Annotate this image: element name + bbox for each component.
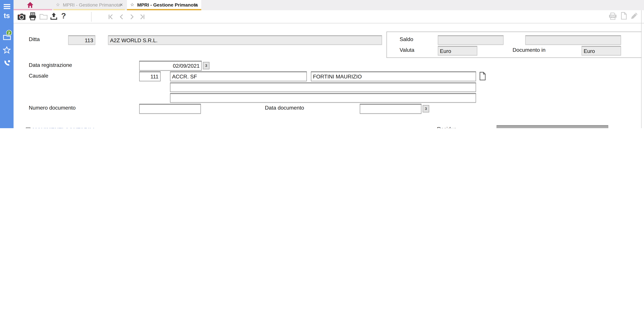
saldo-field-2	[525, 35, 621, 45]
data-registrazione-field[interactable]: 02/09/2021	[139, 61, 202, 70]
causale-label: Causale	[29, 72, 48, 79]
tab-underline-active	[127, 9, 201, 10]
tab-label: MPRI - Gestione Primanota	[63, 2, 120, 7]
open-folder-icon[interactable]	[40, 13, 48, 20]
causale-note-field-2[interactable]	[170, 93, 476, 103]
tab-favorite-star-icon[interactable]: ☆	[130, 2, 134, 7]
saldo-label: Saldo	[400, 36, 413, 42]
data-documento-field[interactable]	[360, 104, 421, 114]
screenshot-camera-icon[interactable]	[17, 13, 26, 20]
tab-mpri-active[interactable]: ☆ MPRI - Gestione Primanota ✕	[127, 0, 201, 10]
checkmark-icon	[26, 128, 30, 128]
print-icon[interactable]	[29, 12, 36, 20]
edit-pencil-icon[interactable]	[630, 12, 638, 20]
residuo-field: 0,00	[496, 125, 608, 128]
favorites-star-icon[interactable]	[0, 46, 14, 54]
calendar-icon[interactable]: 3	[203, 62, 210, 69]
nav-first-record-icon[interactable]	[108, 14, 114, 19]
data-registrazione-label: Data registrazione	[29, 62, 72, 68]
home-tab[interactable]	[14, 0, 52, 10]
valuta-label: Valuta	[400, 47, 414, 53]
data-documento-label: Data documento	[265, 105, 304, 111]
upload-icon[interactable]	[50, 12, 58, 20]
tab-mpri-inactive[interactable]: ☆ MPRI - Gestione Primanota ✕	[52, 0, 126, 10]
ditta-label: Ditta	[29, 36, 40, 42]
teamsystem-logo: ts	[0, 12, 14, 20]
menu-hamburger-icon[interactable]	[0, 4, 14, 9]
calendar-icon[interactable]: 3	[422, 105, 429, 112]
valuta-field: Euro	[438, 46, 477, 55]
help-icon[interactable]: ?	[61, 11, 66, 21]
note-document-icon[interactable]	[479, 72, 486, 80]
movimenti-section-title[interactable]: MOVIMENTI CONTABILI	[32, 127, 94, 128]
nav-next-record-icon[interactable]	[129, 14, 135, 19]
svg-text:PDF: PDF	[610, 15, 615, 17]
causale-code-field[interactable]: 111	[139, 71, 160, 81]
residuo-label: Residuo	[437, 126, 457, 128]
causale-extra-field[interactable]: FORTINI MAURIZIO	[311, 71, 476, 81]
toolbar-separator	[91, 12, 92, 22]
ditta-code-field: 113	[68, 35, 96, 45]
numero-documento-label: Numero documento	[29, 105, 76, 111]
ditta-name-field: A2Z WORLD S.R.L.	[108, 35, 382, 45]
causale-note-field-1[interactable]	[170, 82, 476, 92]
pdf-print-icon[interactable]: PDF	[608, 12, 617, 20]
phone-contact-icon[interactable]	[0, 59, 14, 66]
causale-desc-field[interactable]: ACCR. SF	[170, 71, 307, 81]
nav-previous-record-icon[interactable]	[119, 14, 124, 19]
tab-close-icon[interactable]: ✕	[194, 2, 198, 7]
application-window: ts 2 ec ☆ MPRI - Gestione Primanota ✕ ☆	[0, 0, 644, 128]
window-right-border	[641, 10, 642, 128]
tab-favorite-star-icon[interactable]: ☆	[56, 2, 60, 7]
documento-in-label: Documento in	[512, 47, 546, 53]
home-icon	[27, 2, 34, 8]
documento-in-field: Euro	[582, 46, 621, 55]
tab-close-icon[interactable]: ✕	[120, 2, 123, 7]
tab-label: MPRI - Gestione Primanota	[137, 2, 198, 7]
nav-last-record-icon[interactable]	[139, 14, 146, 19]
new-document-icon[interactable]	[620, 12, 627, 20]
saldo-field-1	[438, 35, 504, 45]
notification-badge: 2	[6, 30, 12, 36]
tab-underline	[53, 9, 125, 10]
movimenti-checkbox[interactable]	[26, 128, 30, 128]
home-tab-underline	[14, 9, 52, 10]
numero-documento-field[interactable]	[139, 104, 201, 114]
